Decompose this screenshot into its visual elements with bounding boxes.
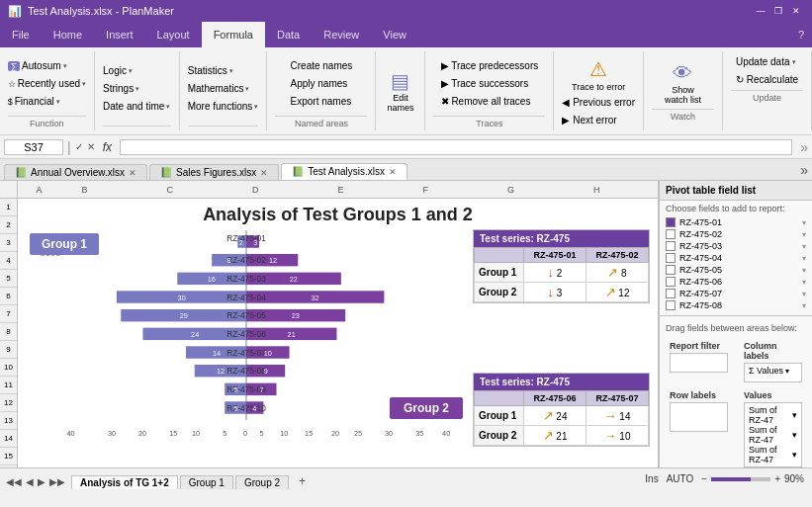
strings-button[interactable]: Strings ▾ [98, 80, 175, 97]
pivot-checkbox-rz05[interactable] [666, 265, 676, 275]
zoom-level: 90% [784, 473, 804, 484]
autosum-button[interactable]: ∑ Autosum ▾ [3, 57, 91, 74]
edit-names-button[interactable]: ▤ Editnames [383, 67, 417, 115]
pivot-field-rz01: RZ-475-01 ▾ [660, 216, 812, 228]
sheet-scroll-next[interactable]: ▶ [36, 476, 47, 487]
sheet-tab-group1[interactable]: Group 1 [180, 475, 233, 489]
financial-button[interactable]: $ Financial ▾ [3, 93, 91, 110]
trace-predecessors-button[interactable]: ▶ Trace predecessors [436, 57, 544, 74]
tab-layout[interactable]: Layout [145, 22, 202, 47]
zoom-slider[interactable] [711, 477, 770, 481]
named-areas-items: Create names Apply names Export names [286, 53, 358, 114]
svg-text:8: 8 [226, 256, 230, 265]
close-annual-tab-button[interactable]: ✕ [129, 168, 136, 178]
pivot-checkbox-rz04[interactable] [666, 253, 676, 263]
close-analysis-tab-button[interactable]: ✕ [389, 167, 397, 177]
ribbon-expand-button[interactable]: » [800, 139, 808, 155]
traces-items: ▶ Trace predecessors ▶ Trace successors … [436, 53, 544, 114]
trace-to-error-icon[interactable]: ⚠ [589, 57, 607, 81]
pivot-row-labels-label: Row labels [664, 387, 734, 401]
pivot-report-filter-box[interactable] [670, 353, 728, 373]
pivot-dropdown-rz01[interactable]: ▾ [802, 218, 806, 227]
add-sheet-button[interactable]: + [293, 473, 312, 489]
svg-text:16: 16 [208, 275, 216, 284]
pivot-values-box[interactable]: Sum of RZ-47▾ Sum of RZ-47▾ Sum of RZ-47… [744, 402, 802, 467]
minimize-button[interactable]: — [753, 3, 768, 19]
tab-home[interactable]: Home [42, 22, 94, 47]
pivot-checkbox-rz07[interactable] [666, 289, 676, 298]
create-names-button[interactable]: Create names [286, 57, 358, 74]
tab-help[interactable]: ? [790, 22, 812, 47]
previous-error-button[interactable]: ◀ Previous error [557, 94, 640, 111]
close-button[interactable]: ✕ [788, 3, 804, 19]
sheet-tab-analysis[interactable]: Analysis of TG 1+2 [71, 475, 178, 489]
mathematics-button[interactable]: Mathematics ▾ [183, 80, 264, 97]
remove-traces-button[interactable]: ✖ Remove all traces [436, 93, 544, 110]
close-sales-tab-button[interactable]: ✕ [260, 168, 268, 178]
trace-successors-button[interactable]: ▶ Trace successors [436, 75, 544, 92]
zoom-slider-fill [711, 477, 751, 481]
title-bar-controls: — ❐ ✕ [753, 3, 804, 19]
next-error-button[interactable]: ▶ Next error [557, 112, 640, 128]
pivot-dropdown-rz04[interactable]: ▾ [802, 254, 806, 263]
pivot-checkbox-rz01[interactable] [666, 217, 676, 227]
file-tab-sales[interactable]: 📗 Sales Figures.xlsx ✕ [149, 164, 279, 180]
svg-text:29: 29 [180, 311, 188, 320]
zoom-out-button[interactable]: − [701, 473, 707, 484]
fx-check-button[interactable]: ✓ [75, 141, 83, 152]
pivot-report-filter-label: Report filter [664, 338, 734, 352]
pivot-dropdown-rz05[interactable]: ▾ [802, 266, 806, 275]
traces-label: Traces [433, 116, 545, 128]
tab-scroll-right[interactable]: » [800, 162, 808, 178]
maximize-button[interactable]: ❐ [770, 3, 786, 19]
pivot-checkbox-rz06[interactable] [666, 277, 676, 287]
table1-col2: RZ-475-02 [586, 248, 649, 263]
statistics-button[interactable]: Statistics ▾ [183, 62, 264, 79]
pivot-column-labels-box[interactable]: Σ Values ▾ [744, 363, 802, 382]
tab-insert[interactable]: Insert [94, 22, 145, 47]
tab-data[interactable]: Data [265, 22, 312, 47]
pivot-dropdown-rz02[interactable]: ▾ [802, 230, 806, 239]
export-names-button[interactable]: Export names [286, 93, 358, 110]
row-headers: 1 2 3 4 5 6 7 8 9 10 11 12 13 14 15 [0, 199, 18, 467]
show-watch-list-button[interactable]: 👁 Showwatch list [661, 60, 705, 107]
svg-text:5: 5 [223, 429, 226, 438]
pivot-checkbox-rz08[interactable] [666, 300, 676, 310]
col-header-area: ABCDEFGH [18, 181, 658, 198]
sheet-scroll-left[interactable]: ◀◀ [4, 476, 24, 487]
tab-review[interactable]: Review [312, 22, 371, 47]
title-bar: 📊 Test Analysis.xlsx - PlanMaker — ❐ ✕ [0, 0, 812, 22]
pivot-checkbox-rz03[interactable] [666, 241, 676, 251]
file-tab-label-analysis: Test Analysis.xlsx [308, 166, 385, 177]
pivot-dropdown-rz07[interactable]: ▾ [802, 290, 806, 298]
pivot-col-dropdown[interactable]: ▾ [785, 367, 789, 376]
formula-input[interactable] [120, 139, 792, 155]
recently-used-button[interactable]: ☆ Recently used ▾ [3, 75, 91, 92]
pivot-row-labels-box[interactable] [670, 402, 728, 432]
pivot-checkbox-rz02[interactable] [666, 229, 676, 239]
logic-button[interactable]: Logic ▾ [98, 62, 175, 79]
tab-formula[interactable]: Formula [202, 22, 265, 47]
sheet-scroll-prev[interactable]: ◀ [24, 476, 36, 487]
tab-view[interactable]: View [371, 22, 418, 47]
svg-text:10: 10 [280, 429, 288, 438]
pivot-dropdown-rz08[interactable]: ▾ [802, 301, 806, 310]
ribbon-group-update: Update data ▾ ↻ Recalculate Update [723, 51, 812, 130]
apply-names-button[interactable]: Apply names [286, 75, 358, 92]
recalculate-button[interactable]: ↻ Recalculate [731, 71, 803, 88]
sheet-scroll-right[interactable]: ▶▶ [47, 476, 67, 487]
zoom-in-button[interactable]: + [774, 473, 780, 484]
group2-label-box: Group 2 [390, 397, 463, 419]
sheet-tab-group2[interactable]: Group 2 [235, 475, 289, 489]
more-functions-button[interactable]: More functions ▾ [183, 98, 264, 115]
file-tab-annual[interactable]: 📗 Annual Overview.xlsx ✕ [4, 164, 147, 180]
tab-file[interactable]: File [0, 22, 42, 47]
name-box[interactable] [4, 139, 63, 155]
update-data-button[interactable]: Update data ▾ [731, 53, 803, 70]
file-tab-analysis[interactable]: 📗 Test Analysis.xlsx ✕ [281, 163, 407, 180]
pivot-dropdown-rz06[interactable]: ▾ [802, 278, 806, 287]
datetime-button[interactable]: Date and time ▾ [98, 98, 175, 115]
app-title: Test Analysis.xlsx - PlanMaker [28, 5, 174, 17]
pivot-dropdown-rz03[interactable]: ▾ [802, 242, 806, 251]
fx-cancel-button[interactable]: ✕ [87, 141, 95, 152]
